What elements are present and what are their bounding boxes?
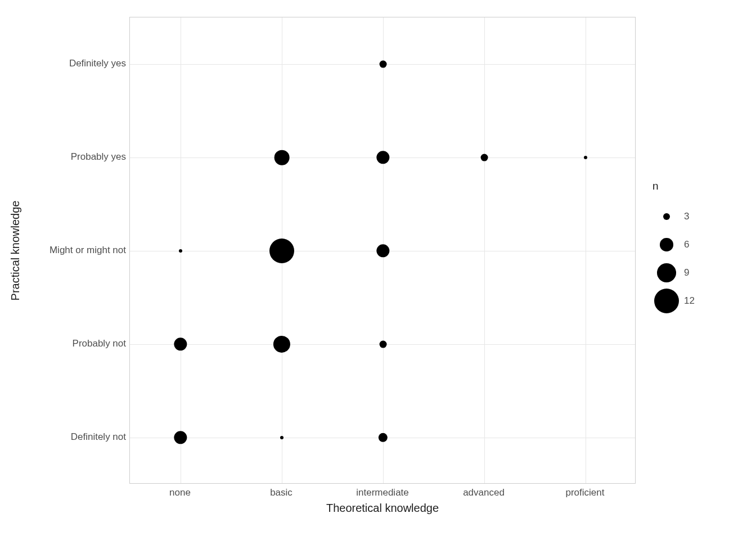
legend-swatch xyxy=(652,289,681,313)
y-tick-label: Definitely not xyxy=(14,431,126,443)
gridline-v xyxy=(484,17,485,483)
legend-item: 12 xyxy=(652,287,742,315)
x-tick-label: basic xyxy=(270,487,292,498)
y-tick-label: Probably yes xyxy=(14,151,126,163)
data-point xyxy=(376,244,389,257)
data-point xyxy=(481,154,488,161)
legend-dot xyxy=(660,238,673,251)
data-point xyxy=(584,156,587,159)
x-tick-label: proficient xyxy=(566,487,605,498)
x-axis-title: Theoretical knowledge xyxy=(129,502,636,515)
y-tick-label: Might or might not xyxy=(14,245,126,256)
gridline-v xyxy=(586,17,586,483)
legend-label: 3 xyxy=(684,211,689,222)
data-point xyxy=(174,431,187,444)
size-legend: n 36912 xyxy=(652,180,742,315)
data-point xyxy=(280,436,284,439)
legend-label: 6 xyxy=(684,239,689,250)
x-tick-label: none xyxy=(169,487,191,498)
legend-item: 3 xyxy=(652,202,742,231)
legend-swatch xyxy=(652,213,681,220)
bubble-chart: Practical knowledge nonebasicintermediat… xyxy=(0,0,756,540)
legend-swatch xyxy=(652,238,681,251)
legend-title: n xyxy=(652,180,742,192)
data-point xyxy=(273,336,290,353)
data-point xyxy=(380,61,387,68)
legend-dot xyxy=(654,289,679,313)
x-tick-label: advanced xyxy=(463,487,505,498)
plot-area xyxy=(129,17,636,484)
legend-dot xyxy=(657,263,676,282)
data-point xyxy=(174,338,187,350)
data-point xyxy=(380,341,387,348)
legend-label: 12 xyxy=(684,295,695,307)
legend-label: 9 xyxy=(684,267,689,278)
legend-item: 6 xyxy=(652,231,742,259)
y-tick-label: Definitely yes xyxy=(14,58,126,69)
data-point xyxy=(179,249,182,253)
legend-dot xyxy=(663,213,670,220)
legend-item: 9 xyxy=(652,259,742,287)
legend-swatch xyxy=(652,263,681,282)
data-point xyxy=(274,150,290,165)
data-point xyxy=(379,433,388,442)
x-tick-label: intermediate xyxy=(356,487,409,498)
data-point xyxy=(269,238,294,263)
y-tick-label: Probably not xyxy=(14,338,126,349)
data-point xyxy=(376,151,389,164)
